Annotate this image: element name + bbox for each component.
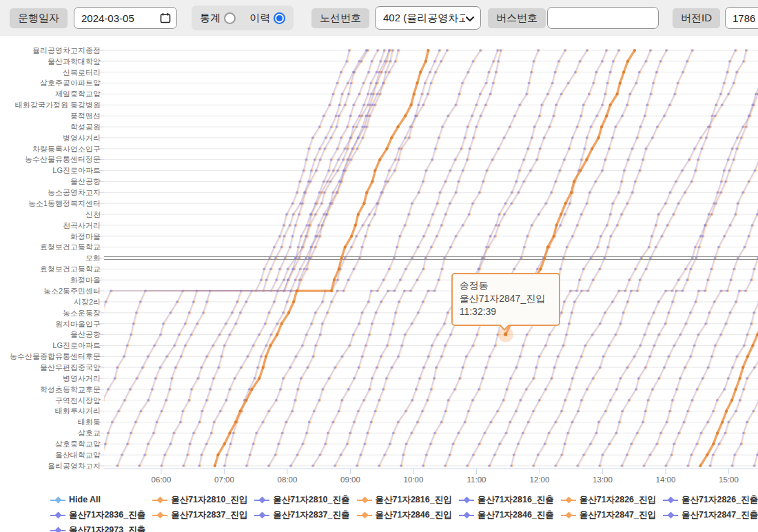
operation-date-input[interactable] [74, 7, 177, 29]
x-tick-label: 14:00 [656, 475, 676, 484]
legend-item[interactable]: Hide All [50, 492, 145, 507]
legend-item-label: 울산71자2973_진출 [69, 522, 145, 532]
station-label: 울산공항 [70, 177, 101, 185]
station-label: 모화 [85, 254, 101, 262]
station-label: 삼호중학교앞 [55, 440, 101, 448]
station-label: 태화동 [78, 418, 101, 426]
stats-radio-label: 통계 [200, 12, 221, 25]
legend-series-icon [459, 511, 474, 519]
legend-item[interactable]: 울산71자2847_진입 [561, 507, 656, 522]
station-label: 울산공항 [70, 330, 101, 338]
legend-item-label: Hide All [69, 492, 101, 507]
station-label: 농소2동주민센터 [43, 287, 101, 295]
x-tick-label: 12:00 [530, 475, 550, 484]
plot-area[interactable]: 율리공영차고지종점울산과학대학앞신복로터리삼호주공아파트앞제일중학교앞태화강국가… [0, 36, 758, 491]
legend-item-label: 울산71자2816_진입 [376, 492, 452, 507]
legend-series-icon [152, 496, 167, 504]
x-tick-label: 08:00 [278, 475, 298, 484]
route-select-value: 402 (율리공영차고지 [383, 12, 465, 25]
station-label: 율리공영차고지종점 [32, 46, 101, 54]
bus-number-label: 버스번호 [488, 8, 546, 28]
legend-item-label: 울산71자2826_진출 [682, 492, 758, 507]
legend-item[interactable]: 울산71자2816_진입 [357, 492, 452, 507]
station-label: 태화강국가정원 동강병원 [15, 101, 101, 109]
station-label: 태화루사거리 [55, 407, 101, 415]
operation-date-label: 운행일자 [10, 8, 68, 28]
route-number-label: 노선번호 [311, 8, 369, 28]
station-label: 신천 [85, 210, 101, 218]
legend-item[interactable]: 울산71자2826_진입 [561, 492, 656, 507]
version-id-label: 버전ID [673, 8, 720, 28]
chart-tooltip: 송정동 울산71자2847_진입 11:32:39 [451, 273, 560, 326]
chart-area: 율리공영차고지종점울산과학대학앞신복로터리삼호주공아파트앞제일중학교앞태화강국가… [0, 36, 758, 491]
station-label: 삼호교 [78, 429, 101, 437]
legend-item[interactable]: 울산71자2826_진출 [663, 492, 758, 507]
x-tick-label: 10:00 [404, 475, 424, 484]
legend-item[interactable]: 울산71자2816_진출 [459, 492, 554, 507]
station-label: 효청보건고등학교 [40, 265, 101, 273]
station-label: 병영사거리 [63, 134, 101, 142]
station-label: 화정마을 [70, 276, 101, 284]
station-label: 제일중학교앞 [55, 90, 101, 98]
legend-series-icon [663, 496, 678, 504]
station-label: 시장2리 [74, 298, 101, 306]
station-label: 울산대학교앞 [55, 451, 101, 459]
legend-item-label: 울산71자2837_진출 [273, 507, 349, 522]
legend-series-icon [254, 511, 269, 519]
legend-item[interactable]: 울산71자2810_진입 [152, 492, 247, 507]
history-radio-label: 이력 [249, 12, 270, 25]
station-label: 화정마을 [70, 232, 101, 241]
bus-number-input[interactable] [547, 7, 659, 29]
legend-item[interactable]: 울산71자2847_진출 [663, 507, 758, 522]
station-label: 풍적맨션 [70, 112, 101, 120]
legend-item[interactable]: 울산71자2837_진입 [152, 507, 247, 522]
legend-series-icon [561, 496, 576, 504]
station-label: 학성공원 [70, 123, 101, 131]
legend-item-label: 울산71자2826_진입 [580, 492, 656, 507]
station-label: 병영사거리 [63, 374, 101, 382]
legend-item-label: 울산71자2810_진입 [171, 492, 247, 507]
legend-item[interactable]: 울산71자2837_진출 [254, 507, 349, 522]
legend-series-icon [663, 511, 678, 519]
legend-item-label: 울산71자2837_진입 [171, 507, 247, 522]
legend-item[interactable]: 울산71자2973_진출 [50, 522, 145, 532]
legend-series-icon [357, 511, 372, 519]
legend-series-icon [459, 496, 474, 504]
x-tick-label: 09:00 [340, 475, 360, 484]
legend-item[interactable]: 울산71자2846_진출 [459, 507, 554, 522]
legend-series-icon [50, 496, 65, 504]
tooltip-time: 11:32:39 [460, 305, 552, 318]
station-label: 농소공영차고지 [48, 188, 101, 196]
x-tick-label: 06:00 [152, 475, 172, 484]
legend-item-label: 울산71자2846_진출 [478, 507, 554, 522]
station-label: 농소1동행정복지센터 [28, 199, 101, 207]
stats-radio[interactable] [224, 12, 236, 24]
x-tick-label: 11:00 [467, 475, 486, 484]
station-label: 원지마을입구 [55, 320, 101, 328]
history-radio[interactable] [274, 12, 285, 24]
station-label: 울산과학대학앞 [48, 57, 101, 65]
legend-series-icon [152, 511, 167, 519]
station-label: 효청보건고등학교 [40, 243, 101, 251]
station-label: 울산우편집중국앞 [40, 363, 101, 371]
route-select[interactable]: 402 (율리공영차고지 [375, 6, 481, 30]
station-label: 천곡사거리 [63, 221, 101, 229]
version-id-input[interactable] [725, 7, 758, 29]
tooltip-station: 송정동 [460, 279, 552, 292]
legend-item[interactable]: 울산71자2810_진출 [254, 492, 349, 507]
legend-series-icon [357, 496, 372, 504]
tooltip-series: 울산71자2847_진입 [460, 292, 552, 305]
x-tick-label: 15:00 [719, 475, 739, 484]
legend-item[interactable]: 울산71자2836_진출 [50, 507, 145, 522]
station-label: 삼호주공아파트앞 [40, 79, 101, 87]
x-tick-label: 07:00 [214, 475, 234, 484]
legend-item[interactable]: 울산71자2846_진입 [357, 507, 452, 522]
station-label: LG진로아파트 [52, 166, 101, 174]
legend-series-icon [254, 496, 269, 504]
legend-item-label: 울산71자2816_진출 [478, 492, 554, 507]
legend-item-label: 울산71자2810_진출 [273, 492, 349, 507]
station-label: 농수산물유통센터정문 [25, 155, 101, 163]
legend-item-label: 울산71자2846_진입 [376, 507, 452, 522]
station-label: LG진로아파트 [52, 341, 101, 349]
legend-item-label: 울산71자2847_진출 [682, 507, 758, 522]
